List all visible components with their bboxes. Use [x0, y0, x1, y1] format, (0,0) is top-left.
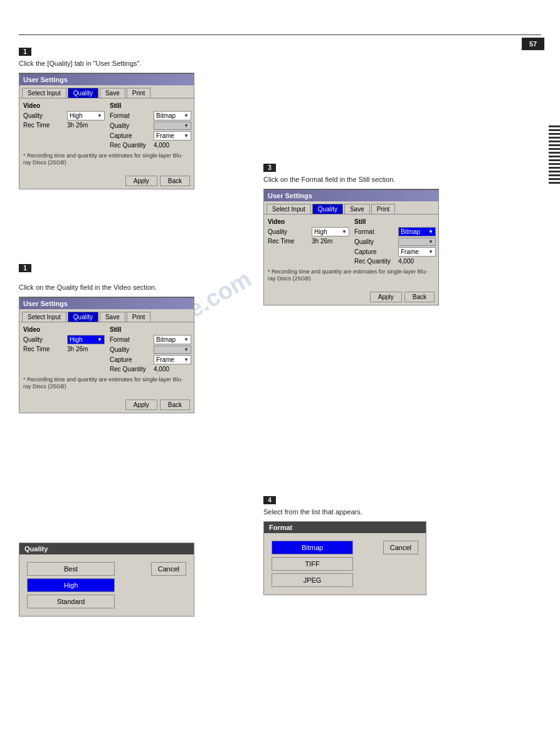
quality-high[interactable]: High: [27, 578, 115, 592]
quality3-label: Quality: [268, 228, 312, 235]
format3-label: Format: [354, 228, 398, 235]
quality-popup-section: Quality Best High Standard Cancel: [19, 536, 194, 617]
quality-cancel[interactable]: Cancel: [151, 562, 186, 576]
rec-time-value: 3h 26m: [67, 122, 88, 129]
dialog2-note: * Recording time and quantity are estima…: [23, 376, 190, 391]
quality-best[interactable]: Best: [27, 562, 115, 576]
dialog3: User Settings Select Input Quality Save …: [263, 189, 439, 305]
tab2-print[interactable]: Print: [127, 312, 151, 322]
step1-badge: 1: [19, 48, 31, 56]
step3-text: Click on the Format field in the Still s…: [263, 174, 508, 185]
format3-input[interactable]: Bitmap ▼: [398, 227, 436, 236]
capture3-label: Capture: [354, 248, 398, 255]
back-button[interactable]: Back: [160, 176, 190, 186]
format2-label: Format: [110, 336, 154, 343]
rec-time3-label: Rec Time: [268, 238, 312, 245]
step1-section: 1 Click the [Quality] tab in "User Setti…: [19, 47, 263, 189]
tab3-print[interactable]: Print: [371, 204, 396, 214]
quality-dialog-body: Best High Standard Cancel: [19, 554, 194, 616]
quality3-input[interactable]: High ▼: [312, 227, 349, 236]
format-cancel[interactable]: Cancel: [383, 541, 418, 554]
tab-save[interactable]: Save: [100, 88, 125, 98]
quality2-label: Quality: [23, 336, 67, 343]
format-input[interactable]: Bitmap ▼: [154, 111, 191, 120]
still2-label: Still: [110, 326, 191, 333]
rec-qty-label: Rec Quantity: [110, 142, 154, 149]
video3-label: Video: [268, 218, 349, 225]
apply-button[interactable]: Apply: [125, 176, 157, 186]
rec-time2-label: Rec Time: [23, 346, 67, 352]
quality2-input[interactable]: High ▼: [67, 335, 105, 344]
tab3-save[interactable]: Save: [344, 204, 370, 214]
tab-select-input[interactable]: Select Input: [22, 88, 66, 98]
format-label: Format: [110, 112, 154, 119]
quality-still-input: ▼: [154, 122, 191, 130]
tab-print[interactable]: Print: [127, 88, 151, 98]
step4-text: Select from the list that appears.: [263, 507, 508, 517]
dialog1: User Settings Select Input Quality Save …: [19, 73, 194, 189]
dialog2: User Settings Select Input Quality Save …: [19, 297, 194, 413]
tab3-select-input[interactable]: Select Input: [267, 204, 311, 214]
quality-standard[interactable]: Standard: [27, 595, 115, 608]
quality-label: Quality: [23, 112, 67, 119]
quality-dialog: Quality Best High Standard Cancel: [19, 543, 194, 617]
capture-label: Capture: [110, 132, 154, 139]
dialog1-title: User Settings: [19, 74, 194, 85]
rec-time3-value: 3h 26m: [312, 238, 332, 245]
quality2-still-input: ▼: [154, 346, 191, 354]
right-decoration: [549, 0, 560, 747]
dialog2-tabs: Select Input Quality Save Print: [19, 309, 194, 322]
quality2-still-label: Quality: [110, 346, 154, 353]
video-section-label: Video: [23, 102, 105, 109]
still3-label: Still: [354, 218, 436, 225]
dialog1-note: * Recording time and quantity are estima…: [23, 152, 190, 167]
rec-qty3-value: 4,000: [398, 258, 414, 265]
tab3-quality[interactable]: Quality: [312, 204, 343, 214]
quality3-still-label: Quality: [354, 238, 398, 245]
dialog3-title: User Settings: [264, 190, 438, 201]
step2-text: Click on the Quality field in the Video …: [19, 282, 263, 293]
step2-section: Click on the Quality field in the Video …: [19, 282, 263, 413]
format-options: Bitmap TIFF JPEG: [272, 541, 378, 587]
step1-bottom-badge: 1: [19, 263, 31, 275]
format-jpeg[interactable]: JPEG: [272, 573, 353, 587]
format-tiff[interactable]: TIFF: [272, 557, 353, 571]
still-section-label: Still: [110, 102, 191, 109]
tab2-select-input[interactable]: Select Input: [22, 312, 66, 322]
quality-still-label: Quality: [110, 122, 154, 129]
apply3-button[interactable]: Apply: [370, 292, 402, 302]
format-bitmap[interactable]: Bitmap: [272, 541, 353, 554]
step1-text: Click the [Quality] tab in "User Setting…: [19, 58, 263, 69]
step4-section: 4 Select from the list that appears. For…: [263, 495, 508, 595]
format-dialog-body: Bitmap TIFF JPEG Cancel: [264, 533, 426, 595]
quality-dialog-title: Quality: [19, 543, 194, 554]
dialog3-tabs: Select Input Quality Save Print: [264, 201, 438, 214]
format-dialog: Format Bitmap TIFF JPEG Cancel: [263, 521, 426, 595]
rec-time2-value: 3h 26m: [67, 346, 88, 352]
rec-qty-value: 4,000: [154, 142, 169, 149]
dialog3-note: * Recording time and quantity are estima…: [268, 268, 435, 283]
apply2-button[interactable]: Apply: [125, 400, 157, 410]
page-number: 57: [522, 38, 544, 50]
tab2-save[interactable]: Save: [100, 312, 125, 322]
quality3-still-input: ▼: [398, 238, 436, 246]
rec-time-label: Rec Time: [23, 122, 67, 129]
dialog1-tabs: Select Input Quality Save Print: [19, 85, 194, 98]
format-dialog-title: Format: [264, 522, 426, 533]
back3-button[interactable]: Back: [404, 292, 435, 302]
capture2-label: Capture: [110, 356, 154, 363]
step3-section: 3 Click on the Format field in the Still…: [263, 163, 508, 305]
quality-input[interactable]: High ▼: [67, 111, 105, 120]
capture-input[interactable]: Frame ▼: [154, 131, 191, 140]
rec-qty3-label: Rec Quantity: [354, 258, 398, 265]
video2-label: Video: [23, 326, 105, 333]
step3-badge: 3: [263, 164, 276, 172]
back2-button[interactable]: Back: [160, 400, 190, 410]
tab-quality[interactable]: Quality: [68, 88, 98, 98]
top-divider: [19, 34, 541, 35]
capture2-input[interactable]: Frame ▼: [154, 355, 191, 364]
dialog2-title: User Settings: [19, 298, 194, 309]
format2-input[interactable]: Bitmap ▼: [154, 335, 191, 344]
tab2-quality[interactable]: Quality: [68, 312, 98, 322]
capture3-input[interactable]: Frame ▼: [398, 247, 436, 257]
